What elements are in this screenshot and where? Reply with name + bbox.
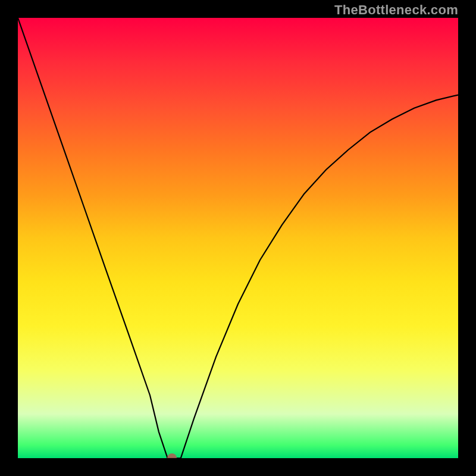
plot-area xyxy=(18,18,458,458)
bottleneck-curve xyxy=(18,18,458,458)
min-marker xyxy=(167,453,177,458)
watermark-text: TheBottleneck.com xyxy=(334,2,458,18)
curve-svg xyxy=(18,18,458,458)
chart-frame: TheBottleneck.com xyxy=(0,0,476,476)
